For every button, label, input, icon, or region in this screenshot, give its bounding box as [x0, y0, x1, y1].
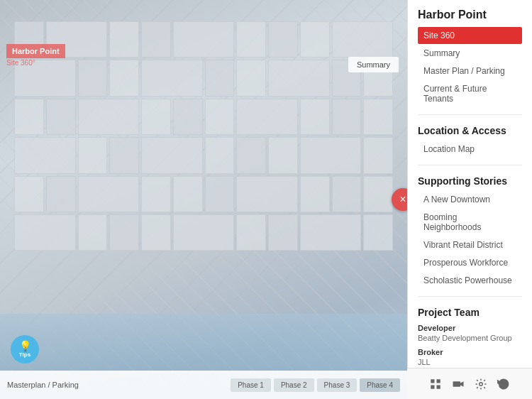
summary-button[interactable]: Summary	[348, 57, 399, 72]
divider-2	[418, 165, 522, 165]
refresh-icon[interactable]	[497, 378, 510, 390]
bottom-bar: Masterplan / Parking Phase 1 Phase 2 Pha…	[0, 371, 407, 399]
divider-1	[418, 114, 522, 115]
nav-site-360[interactable]: Site 360	[418, 27, 522, 44]
bottom-toolbar	[407, 368, 532, 399]
phase-2-button[interactable]: Phase 2	[274, 378, 314, 392]
broker-jll: JLL	[418, 358, 522, 366]
nav-vibrant-retail[interactable]: Vibrant Retail District	[418, 236, 522, 253]
bottom-left-label: Masterplan / Parking	[7, 381, 79, 389]
supporting-section-title: Supporting Stories	[418, 175, 522, 187]
nav-location-map[interactable]: Location Map	[418, 141, 522, 158]
nav-prosperous-workforce[interactable]: Prosperous Workforce	[418, 254, 522, 271]
developer-value: Beatty Development Group	[418, 334, 522, 342]
nav-master-plan[interactable]: Master Plan / Parking	[418, 62, 522, 80]
svg-point-6	[480, 382, 483, 386]
project-team-title: Project Team	[418, 307, 522, 318]
video-icon[interactable]	[452, 378, 465, 390]
sidebar-title: Harbor Point	[418, 9, 522, 21]
buildings-grid	[14, 21, 393, 328]
map-panel: Harbor Point Site 360° Summary × Masterp…	[0, 0, 407, 399]
svg-rect-1	[437, 379, 440, 383]
svg-marker-5	[460, 381, 464, 387]
svg-rect-3	[437, 385, 440, 388]
site-360-map-label: Site 360°	[6, 59, 35, 67]
phase-1-button[interactable]: Phase 1	[231, 378, 271, 392]
map-background	[0, 0, 407, 399]
grid-icon[interactable]	[429, 378, 442, 390]
broker-label: Broker	[418, 348, 522, 356]
settings-icon[interactable]	[475, 378, 487, 390]
svg-rect-4	[453, 381, 461, 387]
developer-label: Developer	[418, 324, 522, 332]
nav-booming-neighborhoods[interactable]: Booming Neighborhoods	[418, 209, 522, 236]
nav-scholastic-powerhouse[interactable]: Scholastic Powerhouse	[418, 272, 522, 289]
tips-label: Tips	[19, 351, 31, 358]
svg-rect-0	[431, 379, 434, 383]
nav-summary[interactable]: Summary	[418, 45, 522, 62]
phase-4-button[interactable]: Phase 4	[360, 378, 400, 392]
harbor-point-map-label: Harbor Point	[6, 44, 65, 58]
phase-3-button[interactable]: Phase 3	[317, 378, 358, 392]
tips-icon: 💡	[19, 341, 31, 351]
nav-current-future-tenants[interactable]: Current & Future Tenants	[418, 80, 522, 107]
divider-3	[418, 296, 522, 297]
right-panel: Harbor Point Site 360 Summary Master Pla…	[407, 0, 532, 399]
tips-button[interactable]: 💡 Tips	[11, 335, 39, 364]
nav-new-downtown[interactable]: A New Downtown	[418, 191, 522, 208]
location-section-title: Location & Access	[418, 125, 522, 136]
svg-rect-2	[431, 385, 434, 388]
phase-buttons: Phase 1 Phase 2 Phase 3 Phase 4	[231, 378, 400, 392]
